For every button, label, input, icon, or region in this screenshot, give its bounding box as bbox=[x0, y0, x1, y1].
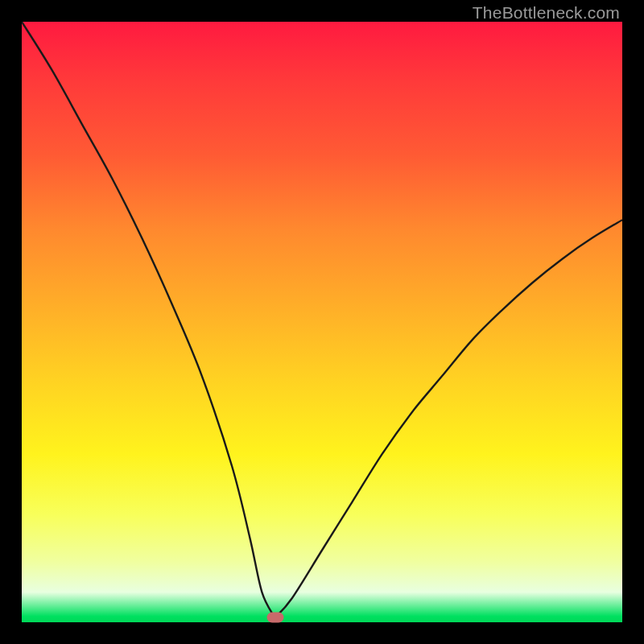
bottleneck-curve bbox=[22, 22, 622, 622]
plot-area bbox=[22, 22, 622, 622]
curve-path bbox=[22, 22, 622, 620]
chart-frame: TheBottleneck.com bbox=[0, 0, 644, 644]
optimal-point-marker bbox=[267, 613, 284, 623]
attribution-text: TheBottleneck.com bbox=[473, 3, 620, 23]
